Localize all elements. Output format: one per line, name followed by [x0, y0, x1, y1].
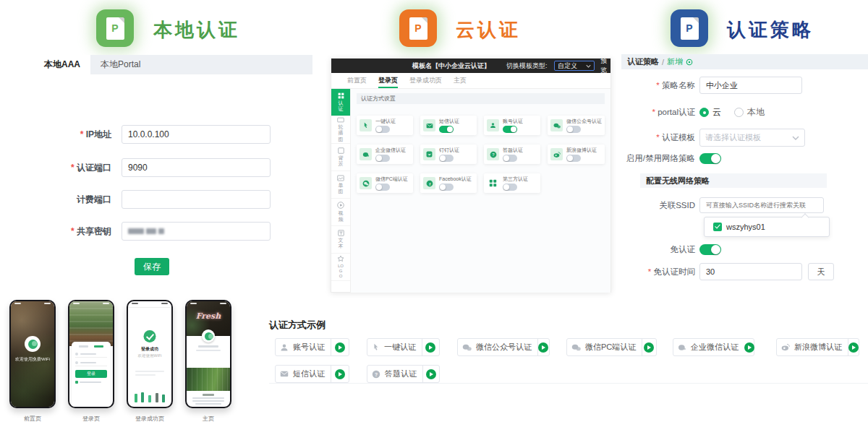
ssid-search-input[interactable]: [699, 197, 824, 213]
play-icon[interactable]: [335, 369, 345, 379]
grid-icon: [338, 92, 344, 99]
auth-free-time-input[interactable]: [699, 263, 802, 280]
example-wechat-pc-auth[interactable]: 微信PC端认证: [566, 338, 657, 356]
example-onekey-auth[interactable]: 一键认证: [367, 338, 440, 356]
tab-home-page[interactable]: 主页: [454, 73, 467, 88]
auth-port-input[interactable]: [122, 158, 271, 177]
play-icon[interactable]: [335, 342, 345, 353]
radio-local[interactable]: [734, 108, 744, 117]
breadcrumb-root[interactable]: 认证策略: [627, 56, 659, 67]
facebook-toggle[interactable]: [439, 184, 454, 191]
save-button[interactable]: 保存: [135, 258, 169, 275]
local-auth-document-icon: P: [96, 9, 134, 47]
example-wechat-official-auth[interactable]: 微信公众号认证: [457, 338, 550, 356]
wifi-logo-badge: [202, 329, 215, 342]
play-icon[interactable]: [425, 342, 435, 353]
tab-local-aaa[interactable]: 本地AAA: [34, 55, 90, 74]
produce-photo: [187, 368, 230, 391]
sidebar-item-carousel[interactable]: 轮播图: [331, 116, 350, 144]
sidebar-item-logo[interactable]: LOGO: [331, 254, 350, 281]
phone-caption: 登录成功页: [127, 415, 173, 423]
auth-template-select[interactable]: 请选择认证模板: [699, 129, 805, 147]
play-icon[interactable]: [848, 342, 859, 353]
user-icon: [487, 119, 499, 131]
preview-button[interactable]: 预览: [600, 59, 610, 73]
thirdparty-grid-icon: [487, 177, 499, 189]
wechat-official-toggle[interactable]: [566, 126, 581, 133]
wecom-icon: [678, 344, 686, 351]
weibo-icon: [781, 343, 790, 351]
ip-address-input[interactable]: [122, 125, 271, 144]
template-topbar: 模板名【中小企业云认证】 切换模板类型: 自定义 预览: [331, 59, 610, 73]
agreement-row: [75, 381, 107, 384]
thirdparty-toggle[interactable]: [503, 184, 517, 191]
tab-front-page[interactable]: 前置页: [347, 73, 367, 88]
auth-free-label: 免认证: [618, 244, 699, 255]
examples-title: 认证方式示例: [269, 319, 868, 332]
example-wecom-auth[interactable]: 企业微信认证: [673, 338, 754, 356]
tab-login-success-page[interactable]: 登录成功页: [409, 73, 442, 88]
radio-local-label: 本地: [747, 106, 765, 118]
login-button[interactable]: 登录: [75, 370, 107, 378]
sidebar-item-background[interactable]: 背景: [331, 144, 350, 171]
store-shelf-photo: [69, 301, 113, 346]
auth-free-toggle[interactable]: [699, 244, 721, 255]
enable-policy-toggle[interactable]: [699, 153, 721, 164]
weibo-toggle[interactable]: [566, 155, 581, 162]
cloud-template-editor: 模板名【中小企业云认证】 切换模板类型: 自定义 预览 前置页 登录页 登录成功…: [331, 58, 611, 293]
example-quiz-auth[interactable]: ? 答题认证: [367, 365, 440, 383]
password-field[interactable]: [75, 360, 107, 366]
wechat-pc-toggle[interactable]: [375, 184, 390, 191]
play-icon[interactable]: [426, 369, 436, 379]
template-type-select[interactable]: 自定义: [554, 61, 595, 71]
card-wecom-auth: 企业微信认证: [357, 145, 413, 164]
page-fold-icon: [422, 17, 427, 23]
card-dingtalk-auth: 钉钉认证: [420, 145, 477, 164]
play-icon[interactable]: [744, 342, 754, 353]
fresh-brand-text: Fresh: [187, 311, 230, 321]
sidebar-item-video[interactable]: 视频: [331, 199, 350, 226]
policy-document-icon: P: [671, 9, 708, 47]
play-icon[interactable]: [644, 342, 654, 353]
sidebar-item-text[interactable]: 文本: [331, 226, 350, 254]
phone-success-page: 登录成功 欢迎使用WiFi: [127, 300, 173, 408]
notice-lines: [192, 394, 224, 405]
auth-methods-section-title: 认证方式设置: [357, 93, 605, 104]
example-account-auth[interactable]: 账号认证: [275, 338, 349, 356]
tab-local-portal[interactable]: 本地Portal: [90, 55, 150, 74]
quiz-toggle[interactable]: [503, 155, 517, 162]
page-fold-icon: [693, 17, 699, 23]
shared-secret-input[interactable]: [122, 222, 271, 241]
play-icon[interactable]: [538, 342, 548, 353]
mail-icon: [280, 371, 289, 377]
ssid-checkbox[interactable]: [713, 223, 722, 231]
ssid-label: 关联SSID: [618, 200, 699, 211]
chevron-down-icon: [586, 64, 591, 68]
wecom-toggle[interactable]: [375, 155, 390, 162]
dingtalk-toggle[interactable]: [439, 155, 454, 162]
example-sms-auth[interactable]: 短信认证: [275, 365, 349, 383]
username-field[interactable]: [75, 351, 107, 358]
radio-cloud[interactable]: [699, 108, 709, 117]
account-toggle[interactable]: [503, 126, 517, 133]
ssid-option-label[interactable]: wszyhys01: [726, 223, 765, 231]
background-icon: [338, 147, 344, 154]
weibo-icon: [550, 148, 563, 160]
policy-title: 认证策略: [727, 17, 814, 43]
user-icon: [280, 343, 289, 352]
auth-examples-section: 认证方式示例 账号认证 一键认证 微信公众号认证 微信PC端认证 企业微信认证 …: [269, 319, 868, 387]
radio-cloud-label: 云: [712, 106, 721, 118]
policy-name-input[interactable]: [699, 77, 802, 94]
billing-port-input[interactable]: [122, 190, 271, 209]
example-weibo-auth[interactable]: 新浪微博认证: [776, 338, 859, 356]
enable-policy-label: 启用/禁用网络策略: [618, 153, 699, 164]
cloud-auth-title: 云认证: [456, 17, 521, 43]
switch-type-label: 切换模板类型:: [506, 59, 548, 73]
sidebar-item-image[interactable]: 单图: [331, 171, 350, 199]
sms-toggle[interactable]: [439, 126, 454, 133]
onekey-toggle[interactable]: [375, 126, 390, 133]
tab-login-page[interactable]: 登录页: [378, 73, 398, 88]
sidebar-item-auth[interactable]: 认证: [331, 89, 350, 116]
svg-text:?: ?: [375, 371, 378, 376]
phone-caption: 前置页: [9, 415, 56, 423]
